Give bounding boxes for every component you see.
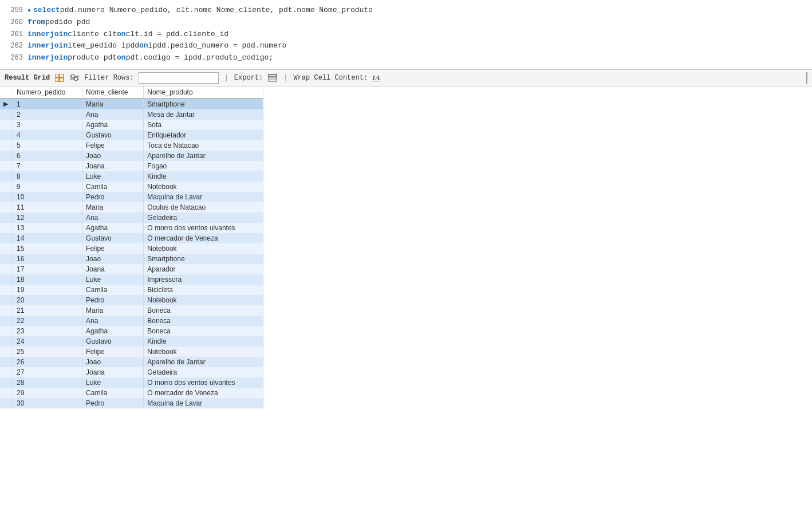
col-header-nome: Nome_cliente [82,86,144,99]
svg-rect-0 [55,74,59,77]
line-number-259: 259 [5,5,23,16]
cell-nome: Agatha [82,326,144,336]
cell-nome: Maria [82,305,144,316]
filter-input[interactable] [139,72,219,84]
row-indicator [0,254,13,264]
table-row[interactable]: 14GustavoO mercador de Veneza [0,233,263,243]
table-row[interactable]: ▶1MariaSmartphone [0,99,263,109]
row-indicator [0,285,13,295]
row-indicator [0,377,13,388]
svg-rect-1 [60,74,64,77]
table-row[interactable]: 3AgathaSofa [0,120,263,130]
cell-produto: Boneca [144,316,263,326]
sql-token: ipdd.pedido_numero = pdd.numero [148,40,287,52]
cell-numero: 20 [13,295,82,305]
cell-nome: Joao [82,254,144,264]
cell-produto: Kindle [144,171,263,182]
filter-rows-icon[interactable] [69,73,80,82]
col-header-numero: Numero_pedido [13,86,82,99]
cell-numero: 3 [13,120,82,130]
table-row[interactable]: 10PedroMaquina de Lavar [0,192,263,202]
table-row[interactable]: 2AnaMesa de Jantar [0,109,263,120]
sql-token: inner [27,52,50,64]
sql-token: item_pedido ipdd [68,40,139,52]
table-row[interactable]: 6JoaoAparelho de Jantar [0,151,263,161]
cell-nome: Gustavo [82,233,144,243]
cell-numero: 28 [13,377,82,388]
table-row[interactable]: 26JoaoAparelho de Jantar [0,357,263,367]
table-row[interactable]: 11MariaOculos de Natacao [0,202,263,213]
grid-icon[interactable] [54,73,65,82]
row-indicator [0,347,13,357]
table-row[interactable]: 25FelipeNotebook [0,347,263,357]
cell-produto: O morro dos ventos uivantes [144,377,263,388]
table-row[interactable]: 17JoanaAparador [0,264,263,274]
filter-rows-label: Filter Rows: [84,74,133,82]
export-icon[interactable] [267,73,278,82]
cell-nome: Camila [82,182,144,192]
cell-numero: 17 [13,264,82,274]
table-row[interactable]: 15FelipeNotebook [0,243,263,254]
table-row[interactable]: 13AgathaO morro dos ventos uivantes [0,223,263,233]
table-row[interactable]: 12AnaGeladeira [0,213,263,223]
svg-point-4 [71,74,74,78]
table-row[interactable]: 18LukeImpressora [0,274,263,285]
cell-numero: 1 [13,99,82,109]
cell-numero: 19 [13,285,82,295]
table-row[interactable]: 27JoanaGeladeira [0,367,263,377]
table-row[interactable]: 7JoanaFogao [0,161,263,171]
table-row[interactable]: 21MariaBoneca [0,305,263,316]
toolbar-right-border [806,72,807,84]
table-row[interactable]: 19CamilaBicicleta [0,285,263,295]
cell-nome: Ana [82,316,144,326]
sql-token: from [27,17,45,29]
table-row[interactable]: 22AnaBoneca [0,316,263,326]
table-row[interactable]: 23AgathaBoneca [0,326,263,336]
cell-nome: Luke [82,274,144,285]
table-row[interactable]: 16JoaoSmartphone [0,254,263,264]
sql-token: on [139,40,148,52]
table-row[interactable]: 4GustavoEntiquetador [0,130,263,140]
wrap-icon[interactable]: IA [372,73,380,82]
sql-token: on [117,29,126,41]
row-indicator [0,171,13,182]
sql-line-259: 259●select pdd.numero Numero_pedido, clt… [0,5,812,17]
row-indicator [0,336,13,347]
cell-produto: Maquina de Lavar [144,398,263,408]
cell-numero: 4 [13,130,82,140]
table-row[interactable]: 29CamilaO mercador de Veneza [0,388,263,398]
sql-token: join [50,40,68,52]
svg-point-5 [74,77,78,81]
cell-nome: Agatha [82,120,144,130]
cell-nome: Luke [82,171,144,182]
row-indicator [0,326,13,336]
cell-nome: Joao [82,357,144,367]
toolbar-separator-1: | [224,74,228,82]
export-label: Export: [234,74,263,82]
svg-rect-2 [55,78,59,81]
table-row[interactable]: 5FelipeToca de Natacao [0,140,263,151]
cell-nome: Maria [82,202,144,213]
cell-numero: 12 [13,213,82,223]
sql-token: select [33,5,60,17]
row-indicator [0,243,13,254]
cell-nome: Felipe [82,243,144,254]
row-indicator [0,388,13,398]
table-row[interactable]: 24GustavoKindle [0,336,263,347]
cell-numero: 14 [13,233,82,243]
cell-produto: Sofa [144,120,263,130]
table-row[interactable]: 8LukeKindle [0,171,263,182]
table-row[interactable]: 28LukeO morro dos ventos uivantes [0,377,263,388]
cell-numero: 18 [13,274,82,285]
data-table: Numero_pedido Nome_cliente Nome_produto … [0,86,263,408]
table-row[interactable]: 30PedroMaquina de Lavar [0,398,263,408]
table-row[interactable]: 9CamilaNotebook [0,182,263,192]
line-number-260: 260 [5,17,23,28]
sql-token: produto pdt [68,52,117,64]
result-grid: Numero_pedido Nome_cliente Nome_produto … [0,86,812,408]
cell-produto: Geladeira [144,367,263,377]
table-row[interactable]: 20PedroNotebook [0,295,263,305]
cell-nome: Camila [82,285,144,295]
sql-token: pedido pdd [45,17,90,29]
line-number-261: 261 [5,29,23,40]
